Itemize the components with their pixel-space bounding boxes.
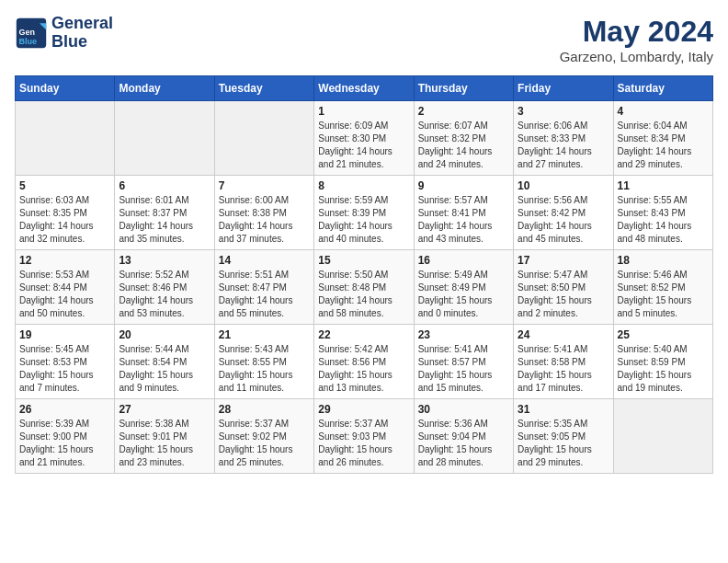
day-number: 27 — [119, 403, 210, 416]
day-info: Sunrise: 5:37 AM Sunset: 9:03 PM Dayligh… — [318, 418, 409, 469]
day-number: 6 — [119, 179, 210, 192]
day-info: Sunrise: 5:37 AM Sunset: 9:02 PM Dayligh… — [219, 418, 310, 469]
logo-icon: Gen Blue — [15, 17, 48, 50]
day-info: Sunrise: 5:39 AM Sunset: 9:00 PM Dayligh… — [19, 418, 110, 469]
day-number: 31 — [518, 403, 609, 416]
logo-text-line2: Blue — [51, 33, 113, 52]
day-number: 2 — [418, 105, 509, 118]
logo: Gen Blue General Blue — [15, 15, 113, 52]
calendar-cell: 31Sunrise: 5:35 AM Sunset: 9:05 PM Dayli… — [514, 399, 613, 474]
day-info: Sunrise: 5:41 AM Sunset: 8:58 PM Dayligh… — [518, 343, 609, 395]
calendar-cell: 4Sunrise: 6:04 AM Sunset: 8:34 PM Daylig… — [613, 101, 712, 176]
day-info: Sunrise: 6:07 AM Sunset: 8:32 PM Dayligh… — [418, 120, 509, 171]
calendar-subtitle: Garzeno, Lombardy, Italy — [560, 49, 713, 64]
day-number: 18 — [618, 254, 709, 267]
calendar-week-row: 12Sunrise: 5:53 AM Sunset: 8:44 PM Dayli… — [16, 250, 713, 325]
day-number: 7 — [219, 179, 310, 192]
day-number: 3 — [518, 105, 609, 118]
title-block: May 2024 Garzeno, Lombardy, Italy — [560, 15, 713, 64]
calendar-cell: 22Sunrise: 5:42 AM Sunset: 8:56 PM Dayli… — [314, 325, 414, 399]
day-number: 19 — [19, 328, 110, 341]
day-number: 28 — [219, 403, 310, 416]
calendar-cell: 24Sunrise: 5:41 AM Sunset: 8:58 PM Dayli… — [514, 325, 613, 399]
day-number: 11 — [618, 179, 709, 192]
calendar-cell: 10Sunrise: 5:56 AM Sunset: 8:42 PM Dayli… — [514, 176, 613, 250]
calendar-cell: 1Sunrise: 6:09 AM Sunset: 8:30 PM Daylig… — [314, 101, 414, 176]
day-number: 13 — [119, 254, 210, 267]
day-info: Sunrise: 5:45 AM Sunset: 8:53 PM Dayligh… — [19, 343, 110, 395]
day-info: Sunrise: 5:56 AM Sunset: 8:42 PM Dayligh… — [518, 194, 609, 246]
day-number: 22 — [318, 328, 409, 341]
calendar-cell: 2Sunrise: 6:07 AM Sunset: 8:32 PM Daylig… — [414, 101, 513, 176]
calendar-cell: 29Sunrise: 5:37 AM Sunset: 9:03 PM Dayli… — [314, 399, 414, 474]
day-info: Sunrise: 6:00 AM Sunset: 8:38 PM Dayligh… — [219, 194, 310, 246]
day-info: Sunrise: 5:35 AM Sunset: 9:05 PM Dayligh… — [518, 418, 609, 469]
day-info: Sunrise: 5:53 AM Sunset: 8:44 PM Dayligh… — [19, 269, 110, 320]
calendar-cell — [16, 101, 115, 176]
day-number: 25 — [618, 328, 709, 341]
day-info: Sunrise: 5:38 AM Sunset: 9:01 PM Dayligh… — [119, 418, 210, 469]
day-info: Sunrise: 5:40 AM Sunset: 8:59 PM Dayligh… — [618, 343, 709, 395]
day-info: Sunrise: 5:36 AM Sunset: 9:04 PM Dayligh… — [418, 418, 509, 469]
calendar-header-row: SundayMondayTuesdayWednesdayThursdayFrid… — [16, 76, 713, 101]
calendar-cell: 12Sunrise: 5:53 AM Sunset: 8:44 PM Dayli… — [16, 250, 115, 325]
day-header-sunday: Sunday — [16, 76, 115, 101]
day-info: Sunrise: 5:59 AM Sunset: 8:39 PM Dayligh… — [318, 194, 409, 246]
day-info: Sunrise: 5:46 AM Sunset: 8:52 PM Dayligh… — [618, 269, 709, 320]
calendar-cell: 13Sunrise: 5:52 AM Sunset: 8:46 PM Dayli… — [115, 250, 214, 325]
day-info: Sunrise: 5:57 AM Sunset: 8:41 PM Dayligh… — [418, 194, 509, 246]
calendar-week-row: 19Sunrise: 5:45 AM Sunset: 8:53 PM Dayli… — [16, 325, 713, 399]
calendar-cell: 27Sunrise: 5:38 AM Sunset: 9:01 PM Dayli… — [115, 399, 214, 474]
day-number: 8 — [318, 179, 409, 192]
calendar-cell: 8Sunrise: 5:59 AM Sunset: 8:39 PM Daylig… — [314, 176, 414, 250]
logo-text-line1: General — [51, 15, 113, 33]
calendar-cell: 18Sunrise: 5:46 AM Sunset: 8:52 PM Dayli… — [613, 250, 712, 325]
day-number: 16 — [418, 254, 509, 267]
day-number: 9 — [418, 179, 509, 192]
calendar-cell: 28Sunrise: 5:37 AM Sunset: 9:02 PM Dayli… — [214, 399, 313, 474]
calendar-cell — [214, 101, 313, 176]
day-number: 14 — [219, 254, 310, 267]
day-number: 23 — [418, 328, 509, 341]
day-info: Sunrise: 5:41 AM Sunset: 8:57 PM Dayligh… — [418, 343, 509, 395]
calendar-cell: 25Sunrise: 5:40 AM Sunset: 8:59 PM Dayli… — [613, 325, 712, 399]
day-info: Sunrise: 5:55 AM Sunset: 8:43 PM Dayligh… — [618, 194, 709, 246]
calendar-title: May 2024 — [560, 15, 713, 49]
calendar-cell — [613, 399, 712, 474]
calendar-cell: 21Sunrise: 5:43 AM Sunset: 8:55 PM Dayli… — [214, 325, 313, 399]
svg-text:Gen: Gen — [19, 28, 36, 37]
calendar-cell: 9Sunrise: 5:57 AM Sunset: 8:41 PM Daylig… — [414, 176, 513, 250]
day-header-friday: Friday — [514, 76, 613, 101]
page-header: Gen Blue General Blue May 2024 Garzeno, … — [15, 15, 713, 64]
day-number: 4 — [618, 105, 709, 118]
day-info: Sunrise: 5:50 AM Sunset: 8:48 PM Dayligh… — [318, 269, 409, 320]
day-info: Sunrise: 5:47 AM Sunset: 8:50 PM Dayligh… — [518, 269, 609, 320]
day-header-wednesday: Wednesday — [314, 76, 414, 101]
day-number: 29 — [318, 403, 409, 416]
day-header-saturday: Saturday — [613, 76, 712, 101]
day-number: 26 — [19, 403, 110, 416]
day-number: 21 — [219, 328, 310, 341]
day-number: 12 — [19, 254, 110, 267]
calendar-cell: 30Sunrise: 5:36 AM Sunset: 9:04 PM Dayli… — [414, 399, 513, 474]
calendar-cell: 11Sunrise: 5:55 AM Sunset: 8:43 PM Dayli… — [613, 176, 712, 250]
calendar-cell: 16Sunrise: 5:49 AM Sunset: 8:49 PM Dayli… — [414, 250, 513, 325]
day-number: 30 — [418, 403, 509, 416]
calendar-cell: 14Sunrise: 5:51 AM Sunset: 8:47 PM Dayli… — [214, 250, 313, 325]
day-info: Sunrise: 6:04 AM Sunset: 8:34 PM Dayligh… — [618, 120, 709, 171]
calendar-week-row: 5Sunrise: 6:03 AM Sunset: 8:35 PM Daylig… — [16, 176, 713, 250]
day-info: Sunrise: 6:06 AM Sunset: 8:33 PM Dayligh… — [518, 120, 609, 171]
day-number: 17 — [518, 254, 609, 267]
calendar-cell: 20Sunrise: 5:44 AM Sunset: 8:54 PM Dayli… — [115, 325, 214, 399]
calendar-cell: 15Sunrise: 5:50 AM Sunset: 8:48 PM Dayli… — [314, 250, 414, 325]
calendar-cell: 23Sunrise: 5:41 AM Sunset: 8:57 PM Dayli… — [414, 325, 513, 399]
day-info: Sunrise: 6:01 AM Sunset: 8:37 PM Dayligh… — [119, 194, 210, 246]
day-info: Sunrise: 5:51 AM Sunset: 8:47 PM Dayligh… — [219, 269, 310, 320]
day-info: Sunrise: 5:49 AM Sunset: 8:49 PM Dayligh… — [418, 269, 509, 320]
calendar-cell: 17Sunrise: 5:47 AM Sunset: 8:50 PM Dayli… — [514, 250, 613, 325]
calendar-table: SundayMondayTuesdayWednesdayThursdayFrid… — [15, 75, 713, 474]
day-info: Sunrise: 5:43 AM Sunset: 8:55 PM Dayligh… — [219, 343, 310, 395]
calendar-cell: 7Sunrise: 6:00 AM Sunset: 8:38 PM Daylig… — [214, 176, 313, 250]
calendar-cell: 26Sunrise: 5:39 AM Sunset: 9:00 PM Dayli… — [16, 399, 115, 474]
calendar-cell — [115, 101, 214, 176]
